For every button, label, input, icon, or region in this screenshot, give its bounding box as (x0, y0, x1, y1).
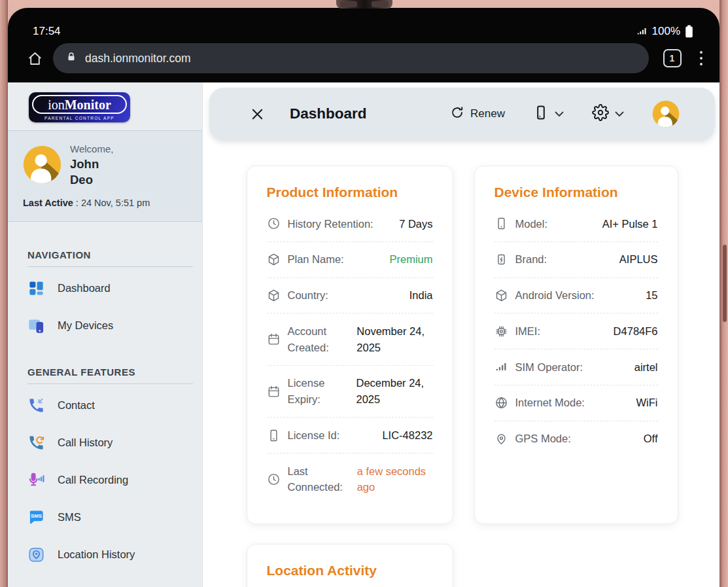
contact-phone-icon (27, 397, 45, 414)
logo-text: ionMonitor (48, 98, 111, 113)
info-row-history-retention: History Retention: 7 Days (267, 206, 433, 242)
info-row-license-expiry: License Expiry: December 24, 2025 (267, 366, 433, 418)
sidebar-item-label: SMS (58, 511, 81, 524)
tab-count: 1 (670, 53, 675, 63)
sidebar-item-label: Dashboard (58, 282, 111, 294)
close-icon[interactable] (250, 107, 265, 122)
battery-percent: 100% (652, 25, 680, 38)
info-value: Off (637, 431, 658, 447)
call-history-icon (27, 434, 45, 452)
sidebar-item-call-history[interactable]: Call History (8, 424, 202, 461)
sidebar: ionMonitor PARENTAL CONTROL APP Welcome,… (8, 82, 203, 587)
location-activity-card: Location Activity (247, 544, 453, 587)
gps-pin-icon (494, 432, 508, 446)
info-value: AIPLUS (613, 251, 658, 268)
info-row-license-id: License Id: LIC-48232 (267, 418, 433, 454)
sidebar-item-call-recording[interactable]: Call Recording (8, 461, 202, 499)
card-title: Product Information (267, 185, 433, 200)
lock-icon (66, 51, 77, 66)
info-row-android-version: Android Version: 15 (494, 278, 658, 314)
globe-icon (494, 396, 508, 410)
status-bar: 17:54 100% (8, 8, 719, 41)
info-value: a few seconds ago (351, 463, 433, 496)
divider (27, 266, 193, 267)
divider (27, 383, 193, 384)
call-recording-icon (27, 471, 45, 489)
info-row-internet-mode: Internet Mode: WiFi (494, 385, 658, 421)
gear-icon (592, 104, 609, 124)
sidebar-item-contact[interactable]: Contact (8, 387, 202, 424)
info-value: LIC-48232 (375, 427, 432, 444)
hinge (336, 0, 392, 9)
screen: 17:54 100% dash.ionmonitor.com 1 (8, 8, 719, 587)
info-value: WiFi (630, 395, 658, 411)
renew-button[interactable]: Renew (450, 105, 505, 122)
location-history-icon (27, 546, 45, 563)
logo-tagline: PARENTAL CONTROL APP (29, 116, 130, 120)
sidebar-item-my-devices[interactable]: My Devices (8, 307, 202, 344)
info-value: D4784F6 (607, 323, 658, 340)
clock-icon (267, 472, 281, 486)
sidebar-item-sms[interactable]: SMS SMS (8, 499, 202, 536)
renew-label: Renew (470, 107, 505, 120)
url-text: dash.ionmonitor.com (85, 52, 190, 65)
webpage: ionMonitor PARENTAL CONTROL APP Welcome,… (8, 82, 719, 587)
sidebar-item-label: Call History (58, 436, 113, 449)
user-avatar (23, 145, 61, 184)
signal-bars-icon (494, 360, 508, 374)
sidebar-item-label: Contact (58, 399, 95, 412)
info-row-country: Country: India (267, 278, 433, 314)
main-content: Dashboard Renew (203, 82, 719, 587)
clock-icon (267, 217, 281, 230)
info-row-account-created: Account Created: November 24, 2025 (267, 313, 433, 366)
info-row-brand: Brand: AIPLUS (494, 242, 658, 278)
browser-menu-icon[interactable] (691, 47, 711, 70)
card-title: Device Information (494, 185, 658, 200)
product-information-card: Product Information History Retention: 7… (247, 166, 453, 524)
dashboard-appbar: Dashboard Renew (209, 88, 715, 140)
chevron-down-icon (555, 108, 564, 120)
clock-time: 17:54 (33, 25, 61, 38)
info-row-sim-operator: SIM Operator: airtel (494, 349, 658, 385)
browser-toolbar: dash.ionmonitor.com 1 (8, 41, 719, 82)
sidebar-item-location-history[interactable]: Location History (8, 536, 202, 573)
sidebar-item-label: My Devices (58, 319, 113, 332)
chip-icon (494, 325, 508, 338)
sidebar-item-dashboard[interactable]: Dashboard (8, 270, 202, 307)
sms-bubble-icon: SMS (27, 508, 45, 526)
side-button (723, 245, 727, 322)
calendar-icon (267, 332, 281, 346)
device-selector-dropdown[interactable] (533, 105, 564, 123)
ionmonitor-logo: ionMonitor PARENTAL CONTROL APP (29, 92, 130, 122)
home-icon[interactable] (26, 50, 44, 67)
info-row-last-connected: Last Connected: a few seconds ago (267, 454, 433, 505)
profile-avatar[interactable] (652, 100, 680, 128)
package-icon (267, 289, 281, 302)
user-first-name: John (70, 156, 113, 172)
package-icon (494, 289, 508, 302)
page-title: Dashboard (290, 105, 367, 122)
nav-section-title: GENERAL FEATURES (27, 366, 182, 378)
calendar-icon (267, 385, 281, 399)
nav-section-title: NAVIGATION (27, 249, 182, 260)
address-bar[interactable]: dash.ionmonitor.com (53, 43, 649, 73)
info-value: November 24, 2025 (350, 323, 432, 356)
smartphone-icon (494, 217, 508, 230)
package-icon (267, 253, 281, 266)
device-information-card: Device Information Model: AI+ Pulse 1 Br… (474, 166, 678, 524)
refresh-icon (450, 105, 464, 122)
battery-bolt-icon (494, 253, 508, 266)
sidebar-item-label: Call Recording (58, 474, 128, 486)
info-value: Premium (383, 251, 432, 268)
phone-frame: 17:54 100% dash.ionmonitor.com 1 (0, 0, 728, 587)
cards-grid: Product Information History Retention: 7… (209, 166, 715, 587)
welcome-panel: Welcome, John Deo Last Active : 24 Nov, … (8, 131, 202, 222)
info-value: AI+ Pulse 1 (596, 216, 658, 232)
tab-switcher-button[interactable]: 1 (663, 49, 682, 67)
info-row-plan-name: Plan Name: Premium (267, 242, 433, 278)
info-value: 7 Days (392, 216, 432, 232)
chevron-down-icon (615, 108, 624, 120)
last-active: Last Active : 24 Nov, 5:51 pm (23, 198, 188, 208)
settings-dropdown[interactable] (592, 104, 624, 124)
info-value: airtel (628, 359, 658, 376)
